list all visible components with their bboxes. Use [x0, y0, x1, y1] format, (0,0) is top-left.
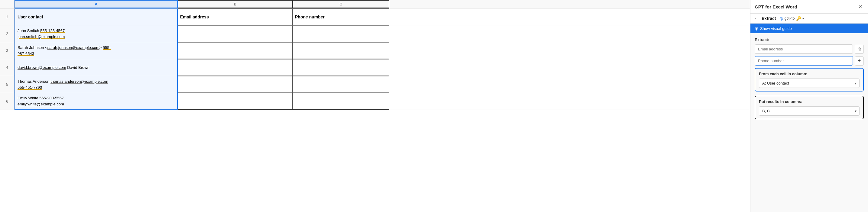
row-num-2: 2 — [0, 25, 14, 42]
delete-field-button[interactable]: 🗑 — [855, 45, 864, 54]
spreadsheet: A B C 1 User contact Email address Phone… — [0, 0, 750, 212]
cell-text-2: emily.white@example.com — [18, 101, 64, 107]
results-select[interactable]: B, C — [759, 106, 860, 116]
cell-a6[interactable]: Emily White 555-208-5567 emily.white@exa… — [14, 93, 178, 110]
sidebar-nav: ← Extract ◎ gpt-4o 🔑 ▾ — [750, 13, 868, 24]
extract-input-phone[interactable] — [755, 56, 853, 66]
cell-c4[interactable] — [292, 59, 389, 76]
model-name: gpt-4o — [784, 16, 795, 21]
sidebar-content: Extract: 🗑 + From each cell in column: A… — [750, 33, 868, 212]
from-cell-label: From each cell in column: — [759, 72, 860, 76]
cell-c6[interactable] — [292, 93, 389, 110]
extract-field-1: 🗑 — [755, 44, 864, 54]
sidebar-panel: GPT for Excel Word ✕ ← Extract ◎ gpt-4o … — [750, 0, 868, 212]
extract-section-label: Extract: — [755, 37, 864, 42]
chevron-down-icon: ▾ — [802, 17, 804, 20]
row-num-4: 4 — [0, 59, 14, 76]
col-header-c[interactable]: C — [292, 0, 389, 8]
cell-a5[interactable]: Thomas Anderson thomas.anderson@example.… — [14, 76, 178, 93]
cell-c3[interactable] — [292, 42, 389, 59]
results-select-wrapper: B, C ▾ — [759, 106, 860, 116]
trash-icon: 🗑 — [857, 47, 861, 51]
column-select-wrapper: A: User contact ▾ — [759, 78, 860, 88]
extract-field-2: + — [755, 56, 864, 66]
cell-text-2: 555-451-7890 — [18, 84, 42, 91]
cell-b1[interactable]: Email address — [178, 8, 292, 25]
eye-icon: ◉ — [755, 26, 758, 31]
cell-text: Emily White 555-208-5567 — [18, 95, 64, 101]
cell-a2[interactable]: John Smitch 555-123-4567 john.smitch@exa… — [14, 25, 178, 42]
cell-b5[interactable] — [178, 76, 292, 93]
results-section: Put results in columns: B, C ▾ — [755, 96, 864, 119]
model-badge[interactable]: ◎ gpt-4o 🔑 ▾ — [779, 16, 804, 21]
show-guide-bar[interactable]: ◉ Show visual guide — [750, 24, 868, 33]
cell-text-2: 987-6543 — [18, 51, 34, 57]
table-row: 2 John Smitch 555-123-4567 john.smitch@e… — [0, 25, 750, 42]
table-row: 5 Thomas Anderson thomas.anderson@exampl… — [0, 76, 750, 93]
table-row: 4 david.brown@example.com David Brown — [0, 59, 750, 76]
from-cell-section: From each cell in column: A: User contac… — [755, 68, 864, 92]
table-row: 3 Sarah Johnson <sarah.jonhson@example.c… — [0, 42, 750, 59]
cell-c2[interactable] — [292, 25, 389, 42]
row-num-1: 1 — [0, 8, 14, 25]
corner-cell — [0, 0, 14, 8]
table-row: 1 User contact Email address Phone numbe… — [0, 8, 750, 25]
results-label: Put results in columns: — [759, 99, 860, 104]
cell-a3[interactable]: Sarah Johnson <sarah.jonhson@example.com… — [14, 42, 178, 59]
add-field-button[interactable]: + — [855, 57, 864, 66]
show-guide-text: Show visual guide — [760, 26, 792, 31]
sidebar-title-bar: GPT for Excel Word ✕ — [750, 0, 868, 13]
cell-a4[interactable]: david.brown@example.com David Brown — [14, 59, 178, 76]
row-num-3: 3 — [0, 42, 14, 59]
cell-c5[interactable] — [292, 76, 389, 93]
row-num-5: 5 — [0, 76, 14, 93]
column-select[interactable]: A: User contact — [759, 78, 860, 88]
openai-icon: ◎ — [779, 16, 783, 21]
col-header-a[interactable]: A — [14, 0, 178, 8]
row-num-6: 6 — [0, 93, 14, 110]
table-row: 6 Emily White 555-208-5567 emily.white@e… — [0, 93, 750, 110]
close-button[interactable]: ✕ — [857, 3, 864, 10]
key-icon: 🔑 — [796, 16, 801, 21]
back-arrow-icon: ← — [754, 16, 758, 21]
cell-text: Thomas Anderson thomas.anderson@example.… — [18, 78, 108, 84]
column-headers: A B C — [0, 0, 750, 8]
cell-text: John Smitch 555-123-4567 — [18, 28, 65, 34]
cell-text: Sarah Johnson <sarah.jonhson@example.com… — [18, 45, 111, 51]
col-header-b[interactable]: B — [178, 0, 292, 8]
plus-icon: + — [858, 58, 861, 64]
cell-b6[interactable] — [178, 93, 292, 110]
extract-label: Extract — [762, 16, 776, 21]
back-button[interactable]: ← — [754, 16, 758, 21]
cell-c1[interactable]: Phone number — [292, 8, 389, 25]
extract-input-email[interactable] — [755, 44, 853, 54]
cell-b2[interactable] — [178, 25, 292, 42]
cell-b4[interactable] — [178, 59, 292, 76]
cell-b3[interactable] — [178, 42, 292, 59]
cell-text: david.brown@example.com David Brown — [18, 65, 89, 71]
cell-a1[interactable]: User contact — [14, 8, 178, 25]
cell-text-2: john.smitch@example.com — [18, 34, 65, 40]
sidebar-title: GPT for Excel Word — [755, 4, 797, 9]
